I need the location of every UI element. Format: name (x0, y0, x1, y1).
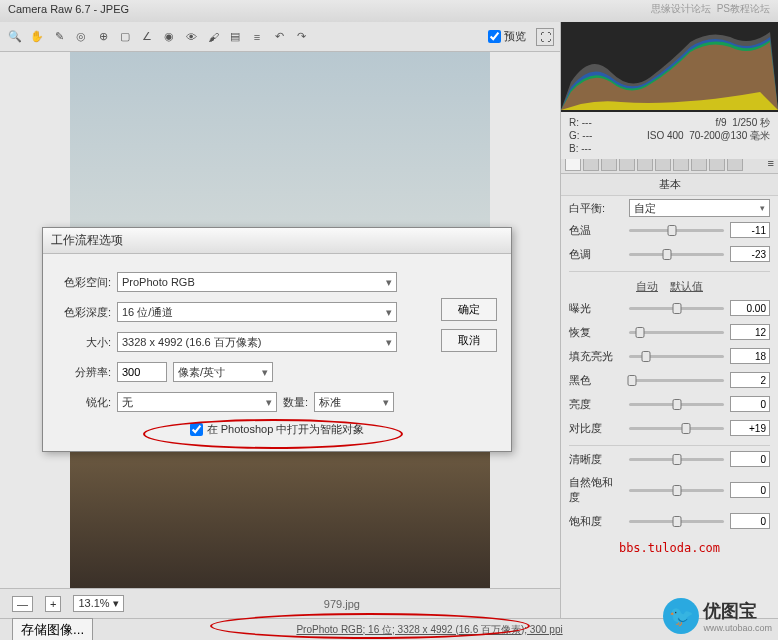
cancel-button[interactable]: 取消 (441, 329, 497, 352)
exif-readout: f/9 1/250 秒 ISO 400 70-200@130 毫米 (647, 116, 770, 155)
color-depth-select[interactable]: 16 位/通道 (117, 302, 397, 322)
preview-checkbox[interactable]: 预览 (488, 29, 526, 44)
contrast-label: 对比度 (569, 421, 623, 436)
fill-slider[interactable] (629, 355, 724, 358)
recovery-slider[interactable] (629, 331, 724, 334)
temp-label: 色温 (569, 223, 623, 238)
resolution-unit-select[interactable]: 像素/英寸 (173, 362, 273, 382)
recovery-value[interactable] (730, 324, 770, 340)
bright-slider[interactable] (629, 403, 724, 406)
vibrance-value[interactable] (730, 482, 770, 498)
amount-label: 数量: (283, 395, 308, 410)
straighten-icon[interactable]: ∠ (138, 28, 156, 46)
target-adjust-icon[interactable]: ⊕ (94, 28, 112, 46)
temp-value[interactable] (730, 222, 770, 238)
prefs-icon[interactable]: ≡ (248, 28, 266, 46)
graduated-filter-icon[interactable]: ▤ (226, 28, 244, 46)
watermark-bottom: bbs.tuloda.com (561, 535, 778, 561)
histogram-graph (561, 22, 778, 110)
window-titlebar: Camera Raw 6.7 - JPEG 思缘设计论坛 PS教程论坛 (0, 0, 778, 22)
preview-check-input[interactable] (488, 30, 501, 43)
default-link[interactable]: 默认值 (670, 279, 703, 294)
tint-slider[interactable] (629, 253, 724, 256)
saturation-slider[interactable] (629, 520, 724, 523)
contrast-value[interactable] (730, 420, 770, 436)
exposure-value[interactable] (730, 300, 770, 316)
zoom-level-select[interactable]: 13.1% ▾ (73, 595, 123, 612)
amount-select[interactable]: 标准 (314, 392, 394, 412)
contrast-slider[interactable] (629, 427, 724, 430)
main-toolbar: 🔍 ✋ ✎ ◎ ⊕ ▢ ∠ ◉ 👁 🖌 ▤ ≡ ↶ ↷ 预览 ⛶ (0, 22, 560, 52)
zoom-bar: — + 13.1% ▾ 979.jpg (0, 588, 560, 618)
exposure-slider[interactable] (629, 307, 724, 310)
clarity-value[interactable] (730, 451, 770, 467)
smart-object-checkbox[interactable] (190, 423, 203, 436)
window-title: Camera Raw 6.7 - JPEG (8, 3, 129, 15)
clarity-label: 清晰度 (569, 452, 623, 467)
save-image-button[interactable]: 存储图像... (12, 618, 93, 641)
clarity-slider[interactable] (629, 458, 724, 461)
sharpen-select[interactable]: 无 (117, 392, 277, 412)
resolution-input[interactable] (117, 362, 167, 382)
smart-object-label: 在 Photoshop 中打开为智能对象 (207, 422, 365, 437)
saturation-value[interactable] (730, 513, 770, 529)
histogram-panel: R: ---G: ---B: --- f/9 1/250 秒 ISO 400 7… (561, 22, 778, 152)
hand-tool-icon[interactable]: ✋ (28, 28, 46, 46)
zoom-tool-icon[interactable]: 🔍 (6, 28, 24, 46)
basic-panel-header: 基本 (561, 174, 778, 196)
ok-button[interactable]: 确定 (441, 298, 497, 321)
wb-tool-icon[interactable]: ✎ (50, 28, 68, 46)
fill-value[interactable] (730, 348, 770, 364)
sharpen-label: 锐化: (57, 395, 111, 410)
exposure-label: 曝光 (569, 301, 623, 316)
adjustment-brush-icon[interactable]: 🖌 (204, 28, 222, 46)
bright-label: 亮度 (569, 397, 623, 412)
rotate-cw-icon[interactable]: ↷ (292, 28, 310, 46)
color-space-select[interactable]: ProPhoto RGB (117, 272, 397, 292)
color-space-label: 色彩空间: (57, 275, 111, 290)
size-select[interactable]: 3328 x 4992 (16.6 百万像素) (117, 332, 397, 352)
zoom-in-button[interactable]: + (45, 596, 61, 612)
wb-select[interactable]: 自定 (629, 199, 770, 217)
fill-label: 填充亮光 (569, 349, 623, 364)
rgb-readout: R: ---G: ---B: --- (569, 116, 592, 155)
logo-text: 优图宝 (703, 599, 772, 623)
rotate-ccw-icon[interactable]: ↶ (270, 28, 288, 46)
watermark-top: 思缘设计论坛 PS教程论坛 (651, 2, 770, 16)
redeye-icon[interactable]: 👁 (182, 28, 200, 46)
black-slider[interactable] (629, 379, 724, 382)
status-bar: 存储图像... ProPhoto RGB; 16 位; 3328 x 4992 … (0, 618, 778, 640)
fullscreen-button[interactable]: ⛶ (536, 28, 554, 46)
size-label: 大小: (57, 335, 111, 350)
crop-tool-icon[interactable]: ▢ (116, 28, 134, 46)
zoom-out-button[interactable]: — (12, 596, 33, 612)
bright-value[interactable] (730, 396, 770, 412)
tint-label: 色调 (569, 247, 623, 262)
logo-url: www.utobao.com (703, 623, 772, 633)
recovery-label: 恢复 (569, 325, 623, 340)
saturation-label: 饱和度 (569, 514, 623, 529)
spot-removal-icon[interactable]: ◉ (160, 28, 178, 46)
black-label: 黑色 (569, 373, 623, 388)
color-sampler-icon[interactable]: ◎ (72, 28, 90, 46)
filename-label: 979.jpg (136, 598, 548, 610)
tint-value[interactable] (730, 246, 770, 262)
logo-corner: 🐦 优图宝 www.utobao.com (663, 598, 772, 634)
wb-label: 白平衡: (569, 201, 623, 216)
workflow-options-dialog: 工作流程选项 确定 取消 色彩空间: ProPhoto RGB 色彩深度: 16… (42, 227, 512, 452)
logo-bird-icon: 🐦 (663, 598, 699, 634)
resolution-label: 分辨率: (57, 365, 111, 380)
color-depth-label: 色彩深度: (57, 305, 111, 320)
black-value[interactable] (730, 372, 770, 388)
auto-link[interactable]: 自动 (636, 279, 658, 294)
temp-slider[interactable] (629, 229, 724, 232)
vibrance-label: 自然饱和度 (569, 475, 623, 505)
image-preview-area: 工作流程选项 确定 取消 色彩空间: ProPhoto RGB 色彩深度: 16… (0, 52, 560, 588)
dialog-title: 工作流程选项 (43, 228, 511, 254)
vibrance-slider[interactable] (629, 489, 724, 492)
